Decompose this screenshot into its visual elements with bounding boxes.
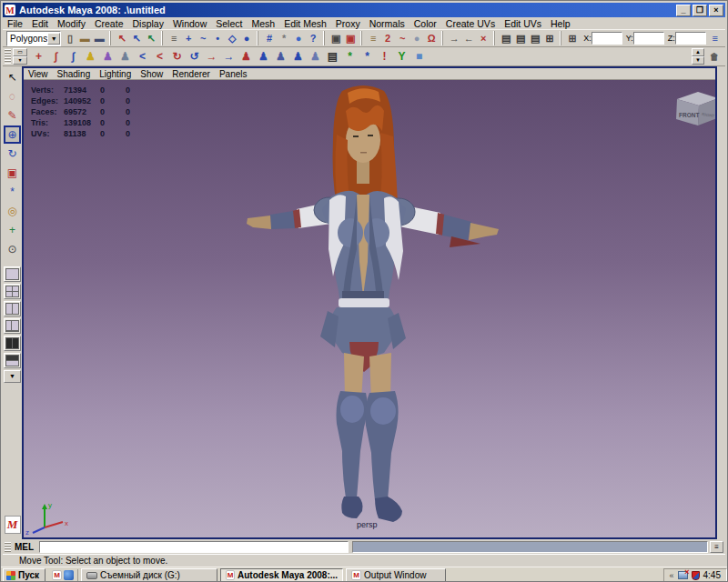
- render-view-icon[interactable]: ▤: [499, 31, 513, 45]
- show-manipulator-icon[interactable]: +: [4, 221, 21, 239]
- menu-item[interactable]: Edit Mesh: [279, 18, 331, 29]
- layout-persp-graph-button[interactable]: [4, 353, 21, 368]
- axis-key-icon[interactable]: Y: [393, 48, 410, 65]
- shelf-tab-dropdown-icon[interactable]: ▾: [13, 56, 27, 65]
- snap-point-icon[interactable]: •: [210, 31, 225, 45]
- rotate-order-icon[interactable]: 2: [380, 31, 395, 45]
- select-hierarchy-icon[interactable]: ↖: [115, 31, 129, 45]
- create-character-set-icon[interactable]: *: [341, 48, 359, 65]
- rigid-bind-icon[interactable]: ♟: [272, 48, 289, 65]
- motion-slate-icon[interactable]: ▤: [324, 48, 341, 65]
- toolbar-grip[interactable]: [5, 49, 11, 64]
- assume-preferred-angle-icon[interactable]: ↺: [186, 48, 203, 65]
- panel-menu-item[interactable]: Lighting: [95, 69, 136, 79]
- menu-item[interactable]: Edit UVs: [500, 18, 546, 29]
- input-to-selected-icon[interactable]: →: [447, 31, 461, 45]
- walk-figure-icon[interactable]: ♟: [82, 48, 99, 65]
- layout-three-pane-button[interactable]: [4, 318, 21, 334]
- panel-menu-item[interactable]: Shading: [53, 69, 96, 79]
- panel-menu-item[interactable]: Panels: [215, 69, 252, 79]
- lasso-select-tool-icon[interactable]: ◌: [4, 87, 21, 105]
- toolbar-grip[interactable]: [5, 542, 11, 553]
- layout-persp-outliner-button[interactable]: [4, 301, 21, 316]
- snap-curve-icon[interactable]: ~: [196, 31, 210, 45]
- select-component-icon[interactable]: ↖: [144, 31, 158, 45]
- menu-item[interactable]: Select: [211, 18, 247, 29]
- highlight-selection-icon[interactable]: ≡: [167, 31, 181, 45]
- x-coord-input[interactable]: [592, 32, 622, 45]
- tray-chevron-icon[interactable]: «: [670, 571, 674, 580]
- taskbar-item-output-window[interactable]: M Output Window: [346, 568, 446, 582]
- open-scene-icon[interactable]: ▬: [77, 31, 92, 45]
- z-coord-input[interactable]: [675, 32, 706, 45]
- selection-ball-icon[interactable]: ●: [291, 31, 306, 45]
- output-from-selected-icon[interactable]: ←: [461, 31, 476, 45]
- minimize-button[interactable]: _: [676, 5, 691, 16]
- ik-spline-handle-icon[interactable]: ∫: [65, 48, 82, 65]
- shelf-scroll-down-icon[interactable]: ▼: [692, 56, 704, 65]
- rotate-tool-icon[interactable]: ↻: [4, 145, 21, 163]
- list-inputs-icon[interactable]: ≡: [366, 31, 380, 45]
- input-mode-dropdown[interactable]: ⊞: [565, 31, 580, 45]
- panel-menu-item[interactable]: Renderer: [167, 69, 215, 79]
- ik-handle-tool-icon[interactable]: ∫: [47, 48, 65, 65]
- history-toggle-icon[interactable]: ×: [476, 31, 490, 45]
- soft-select-icon[interactable]: ●: [410, 31, 424, 45]
- shelf-tab-selector[interactable]: ▭ ▾: [13, 48, 27, 65]
- layout-single-pane-button[interactable]: [4, 266, 21, 282]
- smooth-bind-icon[interactable]: ♟: [255, 48, 272, 65]
- curve-point-icon[interactable]: ~: [395, 31, 410, 45]
- menu-set-selector[interactable]: Polygons ▼: [6, 31, 61, 46]
- taskbar-item-maya[interactable]: M Autodesk Maya 2008:...: [220, 568, 343, 582]
- shelf-trash-icon[interactable]: 🗑: [707, 49, 722, 64]
- restore-button[interactable]: ❐: [693, 5, 707, 16]
- layout-four-pane-button[interactable]: [4, 284, 21, 299]
- help-mode-icon[interactable]: ?: [306, 31, 320, 45]
- universal-manipulator-icon[interactable]: *: [4, 183, 21, 201]
- set-breakdown-icon[interactable]: !: [376, 48, 393, 65]
- command-feedback-field[interactable]: [352, 541, 708, 553]
- select-tool-icon[interactable]: ↖: [4, 68, 21, 86]
- menu-item[interactable]: Proxy: [331, 18, 365, 29]
- snap-together-icon[interactable]: #: [262, 31, 277, 45]
- character-pair-icon[interactable]: ♟: [99, 48, 116, 65]
- panel-menu-item[interactable]: View: [24, 69, 53, 79]
- menu-item[interactable]: Edit: [27, 18, 53, 29]
- menu-item[interactable]: Window: [168, 18, 211, 29]
- y-coord-input[interactable]: [633, 32, 664, 45]
- lock-selection-icon[interactable]: ▣: [329, 31, 343, 45]
- detach-skin-icon[interactable]: ♟: [289, 48, 307, 65]
- set-key-icon[interactable]: *: [359, 48, 376, 65]
- bone-chain-red-icon[interactable]: <: [151, 48, 168, 65]
- set-preferred-angle-icon[interactable]: ↻: [168, 48, 186, 65]
- bone-chain-blue-icon[interactable]: <: [134, 48, 151, 65]
- menu-item[interactable]: Display: [127, 18, 167, 29]
- orient-joint-icon[interactable]: →: [220, 48, 238, 65]
- shelf-scroll-up-icon[interactable]: ▲: [692, 48, 704, 56]
- close-button[interactable]: ×: [709, 5, 723, 16]
- menu-item[interactable]: Modify: [53, 18, 90, 29]
- make-live-icon[interactable]: ●: [239, 31, 254, 45]
- security-shield-icon[interactable]: [692, 571, 700, 580]
- taskbar-item-removable-disk[interactable]: Съемный диск (G:): [81, 568, 217, 582]
- paint-skin-weights-icon[interactable]: ♟: [307, 48, 324, 65]
- render-settings-icon[interactable]: ⊞: [542, 31, 557, 45]
- select-object-icon[interactable]: ↖: [129, 31, 144, 45]
- attribute-editor-toggle-icon[interactable]: ≡: [708, 31, 723, 45]
- layout-hypershade-button[interactable]: [4, 336, 21, 351]
- cube-key-icon[interactable]: ■: [410, 48, 428, 65]
- menu-item[interactable]: Mesh: [247, 18, 279, 29]
- last-tool-icon[interactable]: ⊙: [4, 240, 21, 258]
- title-bar[interactable]: M Autodesk Maya 2008: .\untitled _ ❐ ×: [3, 3, 725, 17]
- paint-select-tool-icon[interactable]: ✎: [4, 106, 21, 125]
- move-tool-icon[interactable]: ⊕: [4, 125, 21, 144]
- render-current-frame-icon[interactable]: ▤: [513, 31, 528, 45]
- figure-icon[interactable]: ♟: [116, 48, 134, 65]
- tool-settings-toggle-icon[interactable]: ≡: [723, 31, 725, 45]
- mel-command-input[interactable]: [39, 541, 349, 553]
- joint-tool-icon[interactable]: +: [30, 48, 47, 65]
- script-editor-button[interactable]: ≡: [710, 541, 723, 553]
- menu-item[interactable]: Help: [546, 18, 575, 29]
- scene-3d-view[interactable]: FRONT RIGHT y x z persp: [24, 80, 715, 537]
- joint-limit-icon[interactable]: →: [203, 48, 220, 65]
